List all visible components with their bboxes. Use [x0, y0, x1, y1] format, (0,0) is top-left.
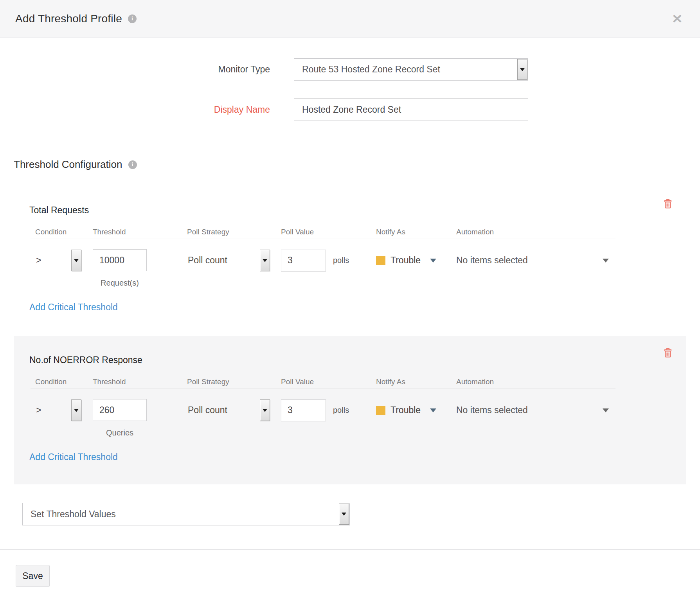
automation-value: No items selected — [456, 255, 528, 266]
col-notify-as: Notify As — [376, 227, 456, 237]
save-button[interactable]: Save — [16, 565, 50, 587]
dropdown-arrow-icon[interactable] — [339, 504, 349, 525]
chevron-down-icon — [430, 408, 436, 412]
chevron-down-icon — [603, 408, 609, 412]
col-poll-value: Poll Value — [281, 377, 376, 387]
threshold-unit-label: Request(s) — [93, 279, 147, 287]
dropdown-arrow-icon[interactable] — [260, 399, 270, 421]
poll-value-input[interactable] — [281, 399, 326, 421]
dropdown-arrow-icon[interactable] — [517, 59, 527, 80]
condition-select[interactable]: > — [35, 249, 81, 272]
condition-value: > — [35, 255, 41, 266]
poll-strategy-value: Poll count — [187, 255, 227, 266]
status-color-swatch — [376, 406, 385, 415]
threshold-input[interactable] — [93, 399, 147, 421]
section-title: Threshold Configuration — [14, 158, 122, 171]
threshold-row: > Queries Poll count polls Trouble — [14, 399, 686, 437]
chevron-down-icon — [603, 259, 609, 263]
display-name-input[interactable] — [294, 98, 528, 121]
automation-select[interactable]: No items selected — [456, 255, 609, 266]
trash-icon[interactable] — [664, 348, 672, 360]
col-poll-strategy: Poll Strategy — [187, 227, 281, 237]
automation-value: No items selected — [456, 405, 528, 416]
attribute-title: Total Requests — [29, 205, 686, 216]
col-poll-value: Poll Value — [281, 227, 376, 237]
threshold-row: > Request(s) Poll count polls Trouble — [14, 249, 686, 287]
monitor-type-label: Monitor Type — [0, 64, 270, 75]
divider — [31, 389, 615, 389]
threshold-unit-label: Queries — [93, 428, 147, 437]
set-threshold-values-value: Set Threshold Values — [23, 509, 339, 520]
col-notify-as: Notify As — [376, 377, 456, 387]
notify-as-select[interactable]: Trouble — [376, 405, 436, 416]
col-condition: Condition — [35, 377, 93, 387]
poll-unit-label: polls — [333, 256, 349, 265]
attribute-block-total-requests: Total Requests Condition Threshold Poll … — [14, 177, 686, 325]
condition-select[interactable]: > — [35, 399, 81, 421]
display-name-row: Display Name — [0, 98, 700, 121]
automation-select[interactable]: No items selected — [456, 405, 609, 416]
threshold-input[interactable] — [93, 249, 147, 271]
divider — [0, 549, 700, 550]
info-icon[interactable]: i — [128, 160, 137, 169]
notify-as-value: Trouble — [390, 405, 421, 416]
close-icon[interactable]: ✕ — [672, 13, 683, 25]
trash-icon[interactable] — [664, 199, 672, 210]
col-condition: Condition — [35, 227, 93, 237]
col-poll-strategy: Poll Strategy — [187, 377, 281, 387]
add-critical-threshold-link[interactable]: Add Critical Threshold — [29, 302, 118, 312]
notify-as-select[interactable]: Trouble — [376, 255, 436, 266]
page-title: Add Threshold Profile — [15, 13, 122, 25]
set-threshold-values-select[interactable]: Set Threshold Values — [22, 503, 350, 525]
notify-as-value: Trouble — [390, 255, 421, 266]
condition-value: > — [35, 405, 41, 416]
monitor-type-row: Monitor Type Route 53 Hosted Zone Record… — [0, 58, 700, 81]
modal-header: Add Threshold Profile i ✕ — [0, 0, 700, 38]
poll-strategy-select[interactable]: Poll count — [187, 249, 270, 272]
col-threshold: Threshold — [93, 227, 187, 237]
divider — [31, 239, 615, 239]
poll-unit-label: polls — [333, 406, 349, 415]
add-critical-threshold-link[interactable]: Add Critical Threshold — [29, 452, 118, 462]
poll-strategy-select[interactable]: Poll count — [187, 399, 270, 421]
attribute-block-noerror-response: No.of NOERROR Response Condition Thresho… — [14, 336, 686, 484]
poll-value-input[interactable] — [281, 250, 326, 272]
chevron-down-icon — [430, 259, 436, 263]
attribute-title: No.of NOERROR Response — [29, 354, 686, 365]
poll-strategy-value: Poll count — [187, 405, 227, 416]
col-automation: Automation — [456, 377, 609, 387]
monitor-type-value: Route 53 Hosted Zone Record Set — [294, 64, 517, 75]
status-color-swatch — [376, 256, 385, 265]
display-name-label: Display Name — [0, 104, 270, 115]
dropdown-arrow-icon[interactable] — [71, 399, 81, 421]
col-automation: Automation — [456, 227, 609, 237]
col-threshold: Threshold — [93, 377, 187, 387]
dropdown-arrow-icon[interactable] — [71, 250, 81, 271]
column-header-row: Condition Threshold Poll Strategy Poll V… — [14, 377, 686, 387]
info-icon[interactable]: i — [128, 14, 137, 23]
monitor-type-select[interactable]: Route 53 Hosted Zone Record Set — [294, 58, 528, 81]
threshold-configuration-heading: Threshold Configuration i — [14, 158, 686, 171]
column-header-row: Condition Threshold Poll Strategy Poll V… — [14, 227, 686, 237]
dropdown-arrow-icon[interactable] — [260, 250, 270, 271]
